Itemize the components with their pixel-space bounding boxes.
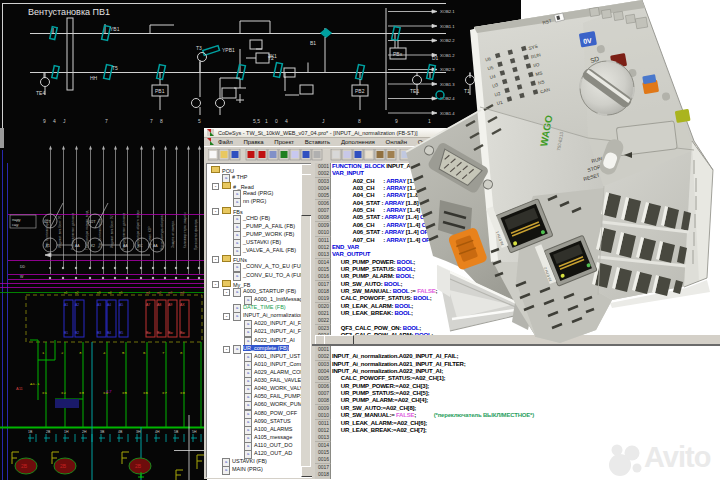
svg-text:1: 1 [265, 118, 268, 124]
svg-text:x8: x8 [180, 391, 185, 395]
svg-text:A8: A8 [157, 303, 161, 307]
svg-text:T3: T3 [196, 45, 202, 51]
svg-text:A3: A3 [97, 303, 101, 307]
svg-text:Вентустановка ПВ1: Вентустановка ПВ1 [28, 7, 110, 17]
svg-text:B1: B1 [310, 40, 316, 46]
svg-text:Bw: Bw [146, 331, 151, 335]
svg-text:3В: 3В [100, 430, 105, 434]
svg-text:4В: 4В [118, 430, 123, 434]
svg-text:T5: T5 [112, 65, 118, 71]
svg-text:К1: К1 [46, 244, 50, 248]
svg-text:сщу: сщу [12, 223, 19, 227]
svg-text:9: 9 [43, 118, 46, 124]
svg-text:АА: АА [75, 244, 80, 248]
svg-text:x6: x6 [143, 391, 148, 395]
svg-text:5,5: 5,5 [253, 118, 260, 124]
svg-text:n5: n5 [119, 291, 123, 295]
svg-text:B4: B4 [107, 331, 111, 335]
svg-text:Насос контура обогрева: Насос контура обогрева [160, 214, 164, 250]
svg-text:U2T: U2T [44, 220, 51, 224]
svg-text:Bw: Bw [180, 331, 185, 335]
svg-text:7: 7 [105, 118, 108, 124]
svg-text:2В: 2В [60, 463, 67, 469]
svg-text:Индикат. вкл. Вент. У2: Индикат. вкл. Вент. У2 [110, 215, 114, 248]
svg-text:B2: B2 [75, 331, 79, 335]
svg-text:m1: m1 [146, 291, 150, 295]
svg-text:4: 4 [285, 118, 288, 124]
svg-text:n4: n4 [108, 291, 112, 295]
svg-text:x2: x2 [61, 391, 66, 395]
svg-text:7: 7 [150, 118, 153, 124]
svg-text:5В: 5В [174, 430, 179, 434]
svg-text:АА: АА [123, 244, 128, 248]
svg-text:x7: x7 [162, 391, 167, 395]
svg-text:5: 5 [198, 118, 201, 124]
svg-text:m4: m4 [180, 291, 184, 295]
svg-text:U2T: U2T [89, 220, 96, 224]
svg-text:B1: B1 [64, 331, 68, 335]
svg-text:ЗК1: ЗК1 [268, 53, 277, 59]
svg-text:1В: 1В [28, 430, 33, 434]
svg-text:4.7: 4.7 [106, 389, 112, 394]
svg-text:8: 8 [358, 118, 361, 124]
svg-text:A4: A4 [107, 303, 111, 307]
svg-text:Bw: Bw [157, 331, 162, 335]
svg-text:A5: A5 [119, 303, 123, 307]
svg-text:2В: 2В [46, 430, 51, 434]
svg-text:А11: А11 [16, 386, 24, 391]
svg-text:5Н: 5Н [192, 430, 197, 434]
svg-text:2В: 2В [135, 463, 142, 469]
svg-text:A1: A1 [64, 303, 68, 307]
svg-text:2Н: 2Н [82, 430, 87, 434]
svg-text:n2: n2 [75, 291, 79, 295]
svg-text:0: 0 [275, 118, 278, 124]
svg-text:А1.1: А1.1 [30, 382, 40, 386]
svg-text:DD: DD [20, 265, 26, 269]
svg-text:TE4: TE4 [36, 90, 45, 96]
svg-text:8: 8 [160, 118, 163, 124]
svg-text:n3: n3 [97, 291, 101, 295]
svg-text:Прессостат фильтра: Прессостат фильтра [194, 219, 198, 250]
svg-text:3Н: 3Н [136, 430, 141, 434]
svg-text:Индикат. вкл. Вент. У1: Индикат. вкл. Вент. У1 [58, 215, 62, 248]
svg-text:1Н: 1Н [64, 430, 69, 434]
svg-text:x1: x1 [42, 391, 47, 395]
svg-text:B5: B5 [119, 331, 123, 335]
svg-text:n1: n1 [64, 291, 68, 295]
svg-text:AX: AX [180, 303, 185, 307]
svg-text:Защита от замерз.: Защита от замерз. [171, 220, 175, 248]
svg-text:x3: x3 [79, 391, 84, 395]
svg-text:m3: m3 [168, 291, 172, 295]
svg-text:Bw: Bw [168, 331, 173, 335]
svg-text:HH: HH [90, 75, 98, 81]
svg-text:2В: 2В [21, 463, 28, 469]
svg-text:PB2: PB2 [355, 88, 365, 94]
svg-text:YB1: YB1 [110, 26, 120, 32]
svg-text:m2: m2 [157, 291, 161, 295]
svg-text:A7: A7 [146, 303, 150, 307]
svg-text:x5: x5 [122, 391, 127, 395]
svg-text:К2: К2 [91, 244, 95, 248]
svg-text:YPB1: YPB1 [222, 47, 235, 53]
svg-text:АА: АА [153, 244, 158, 248]
svg-text:B3: B3 [97, 331, 101, 335]
svg-text:9: 9 [395, 118, 398, 124]
svg-text:4Н: 4Н [155, 430, 160, 434]
svg-text:PB1: PB1 [155, 88, 165, 94]
svg-text:A9: A9 [168, 303, 172, 307]
svg-text:Капилляр терм. защиты: Капилляр терм. защиты [183, 212, 187, 248]
svg-text:КС: КС [138, 244, 143, 248]
svg-text:пщду: пщду [12, 218, 21, 222]
svg-text:A2: A2 [75, 303, 79, 307]
svg-text:4: 4 [53, 118, 56, 124]
